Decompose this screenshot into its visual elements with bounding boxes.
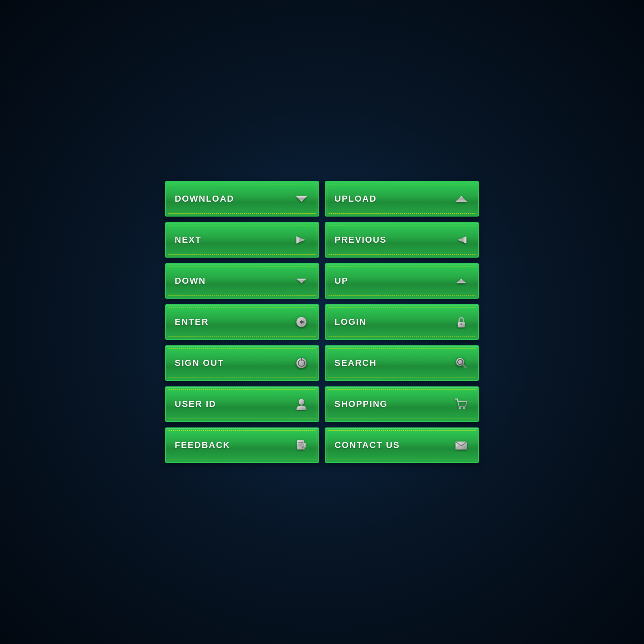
enter-button[interactable]: ENTER	[165, 304, 319, 340]
svg-point-9	[460, 323, 462, 325]
down-button[interactable]: DOWN	[165, 263, 319, 299]
enter-label: ENTER	[175, 317, 209, 327]
chevron-down-sm-icon	[293, 273, 310, 289]
feedback-button[interactable]: FEEDBACK	[165, 427, 319, 463]
login-label: LOGIN	[334, 317, 367, 327]
userid-button[interactable]: USER ID	[165, 386, 319, 422]
svg-marker-1	[456, 196, 467, 202]
svg-marker-3	[458, 236, 466, 244]
signout-icon	[293, 355, 310, 371]
down-label: DOWN	[175, 276, 206, 286]
upload-label: UPLOAD	[334, 194, 377, 204]
chevron-up-sm-icon	[453, 273, 469, 289]
up-button[interactable]: UP	[325, 263, 479, 299]
contactus-button[interactable]: CONTACT US	[325, 427, 479, 463]
svg-marker-4	[296, 279, 306, 283]
chevron-down-icon	[293, 191, 310, 207]
search-label: SEARCH	[334, 358, 377, 368]
svg-line-15	[463, 365, 466, 368]
svg-point-18	[463, 407, 465, 409]
upload-button[interactable]: UPLOAD	[325, 181, 479, 217]
download-button[interactable]: DOWNLOAD	[165, 181, 319, 217]
next-label: NEXT	[175, 235, 202, 245]
next-button[interactable]: NEXT	[165, 222, 319, 258]
contactus-label: CONTACT US	[334, 440, 400, 450]
svg-point-17	[459, 407, 461, 409]
previous-label: PREVIOUS	[334, 235, 387, 245]
enter-icon	[293, 314, 310, 330]
feedback-icon	[293, 437, 310, 453]
email-icon	[453, 437, 469, 453]
shopping-label: SHOPPING	[334, 399, 388, 409]
userid-label: USER ID	[175, 399, 216, 409]
search-button[interactable]: SEARCH	[325, 345, 479, 381]
cart-icon	[453, 396, 469, 412]
svg-marker-5	[456, 279, 466, 283]
search-icon	[453, 355, 469, 371]
user-icon	[293, 396, 310, 412]
download-label: DOWNLOAD	[175, 194, 234, 204]
up-label: UP	[334, 276, 349, 286]
signout-label: SIGN OUT	[175, 358, 224, 368]
chevron-up-icon	[453, 191, 469, 207]
button-grid: DOWNLOAD UPLOAD NEXT PREVIOUS DOWN UP	[165, 181, 479, 463]
lock-icon	[453, 314, 469, 330]
arrow-right-icon	[293, 232, 310, 248]
svg-marker-2	[296, 236, 305, 244]
feedback-label: FEEDBACK	[175, 440, 230, 450]
shopping-button[interactable]: SHOPPING	[325, 386, 479, 422]
arrow-left-icon	[453, 232, 469, 248]
svg-marker-0	[296, 196, 308, 202]
svg-point-16	[299, 399, 304, 405]
previous-button[interactable]: PREVIOUS	[325, 222, 479, 258]
login-button[interactable]: LOGIN	[325, 304, 479, 340]
signout-button[interactable]: SIGN OUT	[165, 345, 319, 381]
